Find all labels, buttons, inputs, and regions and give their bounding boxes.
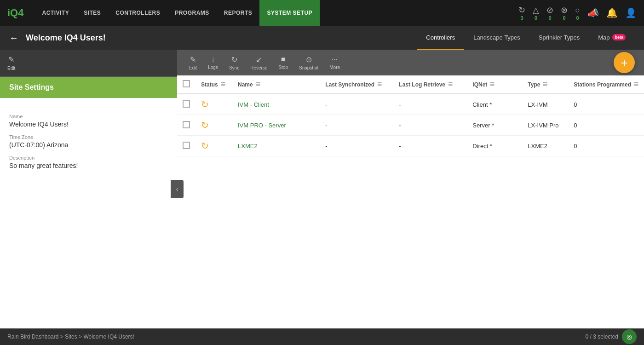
nav-status-icons: ↻ 3 △ 0 ⊘ 0 ⊗ 0 ○ 0 📣 🔔 👤 bbox=[518, 5, 637, 21]
timezone-value: (UTC-07:00) Arizona bbox=[9, 141, 168, 149]
row-status-1: ↻ bbox=[196, 115, 232, 136]
nav-reports[interactable]: REPORTS bbox=[217, 0, 260, 26]
th-type: Type ☰ bbox=[522, 75, 568, 94]
controllers-table: Status ☰ Name ☰ Last Syn bbox=[177, 75, 644, 156]
back-button[interactable]: ← bbox=[9, 33, 18, 43]
toolbar-sync-icon: ↻ bbox=[231, 55, 237, 64]
tab-sprinkler-types[interactable]: Sprinkler Types bbox=[529, 26, 589, 50]
warning-icon: △ bbox=[533, 5, 539, 15]
log-filter-icon[interactable]: ☰ bbox=[448, 81, 453, 87]
row-iqnet-2: Direct * bbox=[467, 136, 522, 156]
table-row: ↻ IVM - Client - - Client * LX-IVM 0 bbox=[177, 94, 644, 115]
toolbar-sync-button[interactable]: ↻ Sync bbox=[224, 50, 244, 75]
toolbar-more-button[interactable]: ··· More bbox=[325, 50, 345, 75]
name-filter-icon[interactable]: ☰ bbox=[256, 81, 260, 87]
row-last-sync-1: - bbox=[320, 115, 393, 136]
beta-badge: beta bbox=[612, 34, 626, 40]
toolbar-logs-icon: ↓ bbox=[211, 55, 215, 63]
tab-controllers[interactable]: Controllers bbox=[417, 26, 464, 50]
description-label: Description bbox=[9, 155, 168, 161]
edit-action[interactable]: ✎ Edit bbox=[7, 55, 15, 71]
row-name-2: LXME2 bbox=[232, 136, 320, 156]
table-body: ↻ IVM - Client - - Client * LX-IVM 0 ↻ I… bbox=[177, 94, 644, 156]
controllers-table-wrapper: Status ☰ Name ☰ Last Syn bbox=[177, 75, 644, 328]
error-status[interactable]: ⊗ 0 bbox=[561, 5, 568, 21]
timezone-label: Time Zone bbox=[9, 134, 168, 140]
footer-right: 0 / 3 selected ◎ bbox=[586, 329, 637, 344]
error-icon: ⊗ bbox=[561, 5, 568, 15]
controller-link-2[interactable]: LXME2 bbox=[238, 143, 258, 150]
breadcrumb: Rain Bird Dashboard > Sites > Welcome IQ… bbox=[7, 334, 134, 340]
selection-count: 0 / 3 selected bbox=[586, 334, 618, 340]
nav-activity[interactable]: ACTIVITY bbox=[34, 0, 76, 26]
warning-status[interactable]: △ 0 bbox=[533, 5, 539, 21]
row-checkbox-1[interactable] bbox=[183, 121, 190, 128]
sync-filter-icon[interactable]: ☰ bbox=[377, 81, 382, 87]
nav-system-setup[interactable]: SYSTEM SETUP bbox=[259, 0, 320, 26]
bell-icon[interactable]: 🔔 bbox=[606, 7, 618, 18]
toolbar-snapshot-icon: ⊙ bbox=[306, 55, 312, 64]
circle-status[interactable]: ○ 0 bbox=[575, 6, 580, 21]
ban-status[interactable]: ⊘ 0 bbox=[546, 5, 553, 21]
megaphone-icon[interactable]: 📣 bbox=[587, 7, 599, 18]
toolbar-stop-icon: ■ bbox=[281, 55, 286, 63]
row-checkbox-2[interactable] bbox=[183, 142, 190, 149]
th-checkbox bbox=[177, 75, 196, 94]
controller-link-1[interactable]: IVM PRO - Server bbox=[238, 122, 286, 129]
row-iqnet-0: Client * bbox=[467, 94, 522, 115]
sync-status[interactable]: ↻ 3 bbox=[518, 5, 525, 21]
tab-map[interactable]: Map beta bbox=[589, 26, 635, 50]
footer-circle-icon[interactable]: ◎ bbox=[622, 329, 637, 344]
row-iqnet-1: Server * bbox=[467, 115, 522, 136]
toolbar-snapshot-button[interactable]: ⊙ Snapshot bbox=[294, 50, 323, 75]
iqnet-filter-icon[interactable]: ☰ bbox=[490, 81, 494, 87]
main-nav: ACTIVITY SITES CONTROLLERS PROGRAMS REPO… bbox=[34, 0, 518, 26]
collapse-button[interactable]: ‹ bbox=[171, 180, 184, 198]
sync-count: 3 bbox=[521, 15, 523, 21]
content-toolbar: ✎ Edit ↓ Logs ↻ Sync ↙ Reverse ■ Stop ⊙ … bbox=[177, 50, 644, 75]
user-icon[interactable]: 👤 bbox=[625, 7, 637, 18]
toolbar-stop-button[interactable]: ■ Stop bbox=[274, 50, 293, 75]
toolbar-reverse-button[interactable]: ↙ Reverse bbox=[246, 50, 272, 75]
ban-count: 0 bbox=[549, 15, 552, 21]
th-last-log: Last Log Retrieve ☰ bbox=[393, 75, 467, 94]
type-filter-icon[interactable]: ☰ bbox=[543, 81, 547, 87]
row-stations-0: 0 bbox=[568, 94, 644, 115]
header-bar: ← Welcome IQ4 Users! Controllers Landsca… bbox=[0, 26, 644, 50]
nav-programs[interactable]: PROGRAMS bbox=[167, 0, 217, 26]
sidebar: ✎ Edit Site Settings Name Welcome IQ4 Us… bbox=[0, 50, 177, 328]
toolbar-more-icon: ··· bbox=[332, 55, 338, 63]
tab-landscape-types[interactable]: Landscape Types bbox=[464, 26, 529, 50]
status-filter-icon[interactable]: ☰ bbox=[221, 81, 225, 87]
add-controller-button[interactable]: + bbox=[614, 52, 635, 73]
row-sync-icon-1: ↻ bbox=[201, 120, 209, 130]
row-checkbox-0[interactable] bbox=[183, 100, 190, 108]
row-last-sync-0: - bbox=[320, 94, 393, 115]
edit-icon: ✎ bbox=[8, 55, 14, 64]
row-stations-1: 0 bbox=[568, 115, 644, 136]
row-status-0: ↻ bbox=[196, 94, 232, 115]
site-settings-header: Site Settings bbox=[0, 77, 177, 98]
sidebar-content: Name Welcome IQ4 Users! Time Zone (UTC-0… bbox=[0, 98, 177, 328]
select-all-checkbox[interactable] bbox=[183, 80, 190, 87]
row-type-2: LXME2 bbox=[522, 136, 568, 156]
controller-link-0[interactable]: IVM - Client bbox=[238, 101, 269, 108]
stations-filter-icon[interactable]: ☰ bbox=[634, 81, 638, 87]
sync-icon: ↻ bbox=[518, 5, 525, 15]
page-title: Welcome IQ4 Users! bbox=[26, 33, 409, 43]
circle-count: 0 bbox=[576, 15, 579, 21]
row-last-log-1: - bbox=[393, 115, 467, 136]
tab-bar: Controllers Landscape Types Sprinkler Ty… bbox=[417, 26, 635, 50]
row-sync-icon-2: ↻ bbox=[201, 141, 209, 151]
toolbar-edit-icon: ✎ bbox=[190, 55, 196, 64]
row-type-0: LX-IVM bbox=[522, 94, 568, 115]
circle-icon: ○ bbox=[575, 6, 580, 15]
nav-sites[interactable]: SITES bbox=[76, 0, 108, 26]
warning-count: 0 bbox=[535, 15, 537, 21]
toolbar-edit-button[interactable]: ✎ Edit bbox=[184, 50, 201, 75]
nav-controllers[interactable]: CONTROLLERS bbox=[108, 0, 167, 26]
description-value: So many great features! bbox=[9, 162, 168, 169]
toolbar-logs-button[interactable]: ↓ Logs bbox=[203, 50, 223, 75]
top-nav: iQ4 ACTIVITY SITES CONTROLLERS PROGRAMS … bbox=[0, 0, 644, 26]
footer: Rain Bird Dashboard > Sites > Welcome IQ… bbox=[0, 328, 644, 345]
